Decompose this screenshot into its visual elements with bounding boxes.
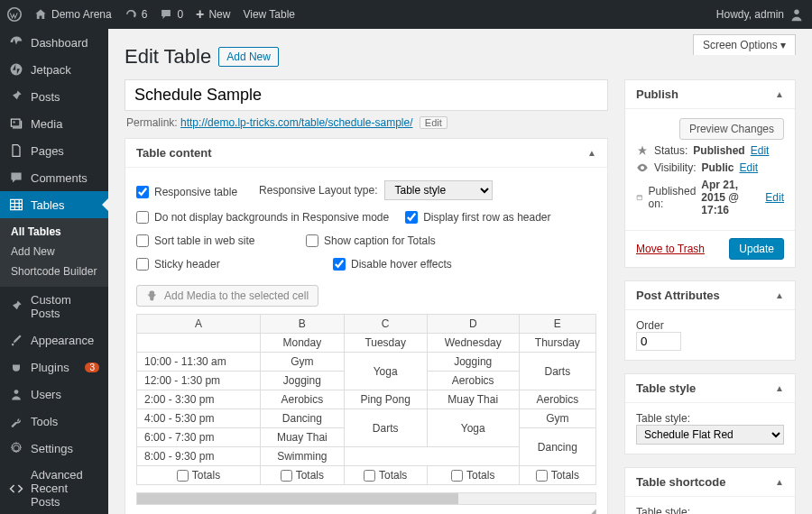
- totals-cell[interactable]: Totals: [427, 466, 519, 485]
- submenu-all-tables[interactable]: All Tables: [0, 222, 108, 242]
- sidebar-item-appearance[interactable]: Appearance: [0, 326, 108, 353]
- sidebar-item-users[interactable]: Users: [0, 381, 108, 408]
- updates-link[interactable]: 6: [125, 8, 148, 21]
- day-header[interactable]: Tuesday: [344, 334, 427, 353]
- col-header[interactable]: D: [427, 315, 519, 334]
- col-header[interactable]: A: [137, 315, 261, 334]
- visibility-edit-link[interactable]: Edit: [739, 161, 758, 174]
- data-table[interactable]: ABCDEMondayTuesdayWednesdayThursday10:00…: [136, 314, 596, 485]
- post-title-input[interactable]: [125, 79, 608, 111]
- status-edit-link[interactable]: Edit: [751, 144, 770, 157]
- table-row[interactable]: 2:00 - 3:30 pmAerobicsPing PongMuay Thai…: [137, 390, 596, 409]
- user-icon: [9, 387, 23, 401]
- sidebar-item-pages[interactable]: Pages: [0, 137, 108, 164]
- sidebar-item-tables[interactable]: Tables: [0, 191, 108, 218]
- permalink-url[interactable]: http://demo.lp-tricks.com/table/schedule…: [180, 116, 412, 129]
- screen-options-button[interactable]: Screen Options ▾: [693, 34, 796, 55]
- status-row: Status: Published Edit: [636, 144, 784, 157]
- update-button[interactable]: Update: [729, 238, 784, 260]
- pin-icon: [9, 299, 23, 314]
- totals-cell[interactable]: Totals: [344, 466, 427, 485]
- view-table-link[interactable]: View Table: [243, 8, 295, 21]
- sidebar-item-posts[interactable]: Posts: [0, 83, 108, 110]
- publish-box: Publish▲ Preview Changes Status: Publish…: [624, 79, 796, 268]
- col-header[interactable]: E: [519, 315, 595, 334]
- totals-cell[interactable]: Totals: [261, 466, 345, 485]
- site-link[interactable]: Demo Arena: [34, 8, 112, 21]
- day-header[interactable]: Thursday: [519, 334, 595, 353]
- page-icon: [9, 143, 23, 158]
- sticky-header-checkbox[interactable]: Sticky header: [136, 258, 290, 271]
- caption-totals-checkbox[interactable]: Show caption for Totals: [306, 234, 459, 247]
- comments-link[interactable]: 0: [160, 8, 183, 21]
- sidebar-item-jetpack[interactable]: Jetpack: [0, 56, 108, 83]
- sidebar-item-media[interactable]: Media: [0, 110, 108, 137]
- pin-icon: [9, 89, 23, 104]
- totals-cell[interactable]: Totals: [137, 466, 261, 485]
- sidebar-item-tools[interactable]: Tools: [0, 408, 108, 435]
- howdy-link[interactable]: Howdy, admin: [716, 6, 805, 23]
- sidebar-item-plugins[interactable]: Plugins3: [0, 353, 108, 381]
- brush-icon: [9, 333, 23, 347]
- col-header[interactable]: C: [344, 315, 427, 334]
- add-new-button[interactable]: Add New: [218, 47, 279, 67]
- sidebar-item-settings[interactable]: Settings: [0, 435, 108, 462]
- add-media-button[interactable]: Add Media to the selected cell: [136, 285, 318, 307]
- shortcode-heading[interactable]: Table shortcode▲: [625, 468, 795, 497]
- order-input[interactable]: [636, 332, 681, 351]
- sort-table-checkbox[interactable]: Sort table in web site: [136, 234, 290, 247]
- move-to-trash-link[interactable]: Move to Trash: [636, 243, 705, 255]
- svg-point-1: [794, 10, 798, 14]
- page-title: Edit Table: [125, 45, 211, 69]
- admin-bar: Demo Arena 6 0 +New View Table Howdy, ad…: [0, 0, 812, 29]
- layout-type-select[interactable]: Table style: [384, 180, 493, 200]
- plug-icon: [9, 360, 23, 374]
- submenu-add-new[interactable]: Add New: [0, 242, 108, 262]
- pin-icon: [636, 144, 649, 157]
- code-icon: [9, 482, 23, 496]
- first-row-header-checkbox[interactable]: Display first row as header: [405, 211, 558, 224]
- sidebar-item-dashboard[interactable]: Dashboard: [0, 29, 108, 56]
- no-bg-checkbox[interactable]: Do not display backgrounds in Responsive…: [136, 211, 389, 224]
- svg-point-0: [8, 8, 21, 21]
- wp-logo[interactable]: [7, 7, 22, 22]
- permalink-edit-button[interactable]: Edit: [420, 116, 448, 129]
- sidebar-item-custom-posts[interactable]: Custom Posts: [0, 287, 108, 326]
- svg-point-2: [11, 64, 23, 76]
- day-header[interactable]: Wednesday: [427, 334, 519, 353]
- main-content: Screen Options ▾ Edit Table Add New Perm…: [108, 29, 812, 514]
- shortcode-box: Table shortcode▲ Table style: Schedule F…: [624, 467, 796, 514]
- tables-icon: [9, 197, 23, 212]
- visibility-row: Visibility: Public Edit: [636, 161, 784, 174]
- layout-type-label: Responsive Layout type:: [259, 184, 377, 197]
- table-row[interactable]: 10:00 - 11:30 amGymYogaJoggingDarts: [137, 353, 596, 372]
- responsive-table-checkbox[interactable]: Responsive table: [136, 186, 237, 198]
- resize-handle-icon[interactable]: ◢: [136, 505, 596, 514]
- preview-changes-button[interactable]: Preview Changes: [679, 118, 784, 140]
- table-style-box: Table style▲ Table style: Schedule Flat …: [624, 373, 796, 454]
- new-link[interactable]: +New: [196, 6, 230, 23]
- eye-icon: [636, 161, 649, 174]
- post-attributes-box: Post Attributes▲ Order: [624, 280, 796, 361]
- publish-heading[interactable]: Publish▲: [625, 80, 795, 109]
- table-style-label: Table style:: [636, 412, 784, 425]
- table-style-heading[interactable]: Table style▲: [625, 374, 795, 403]
- sidebar-item-comments[interactable]: Comments: [0, 164, 108, 191]
- table-content-heading[interactable]: Table content▲: [125, 139, 607, 168]
- hover-effects-checkbox[interactable]: Disable hover effects: [333, 258, 486, 271]
- day-header[interactable]: Monday: [261, 334, 345, 353]
- table-row[interactable]: 4:00 - 5:30 pmDancingDartsYogaGym: [137, 409, 596, 428]
- sidebar-item-advanced-recent-posts[interactable]: Advanced Recent Posts: [0, 462, 108, 514]
- submenu-shortcode-builder[interactable]: Shortcode Builder: [0, 262, 108, 281]
- table-style-select[interactable]: Schedule Flat Red: [636, 425, 784, 445]
- horizontal-scrollbar[interactable]: [136, 492, 596, 505]
- col-header[interactable]: B: [261, 315, 345, 334]
- post-attributes-heading[interactable]: Post Attributes▲: [625, 281, 795, 310]
- admin-sidebar: DashboardJetpackPostsMediaPagesCommentsT…: [0, 29, 108, 514]
- dashboard-icon: [9, 35, 23, 50]
- date-edit-link[interactable]: Edit: [765, 191, 784, 204]
- totals-cell[interactable]: Totals: [519, 466, 595, 485]
- day-header[interactable]: [137, 334, 261, 353]
- svg-point-3: [13, 121, 14, 123]
- permalink-row: Permalink: http://demo.lp-tricks.com/tab…: [125, 111, 608, 138]
